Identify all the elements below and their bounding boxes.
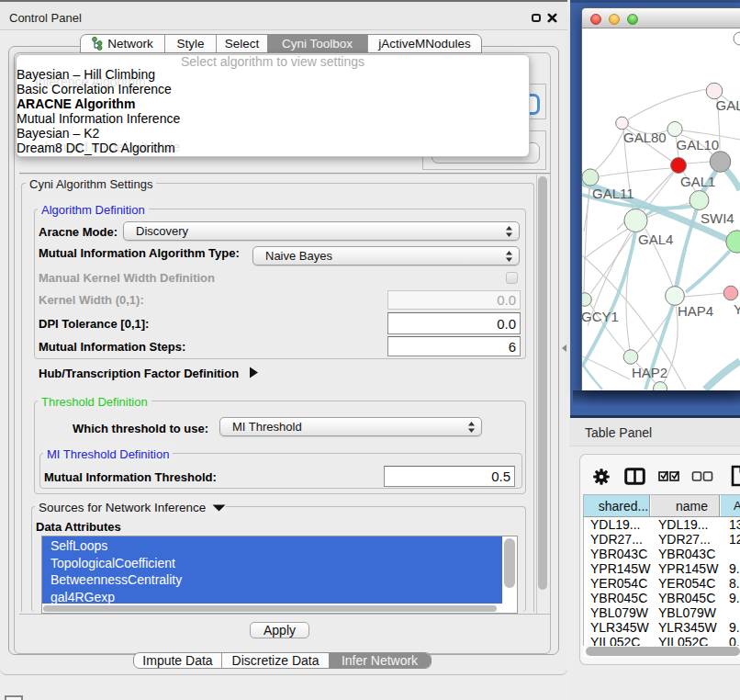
svg-text:GCY1: GCY1 — [582, 309, 619, 324]
svg-text:HAP2: HAP2 — [632, 365, 667, 380]
svg-text:GAL1: GAL1 — [680, 174, 715, 189]
svg-text:GAL4: GAL4 — [638, 231, 673, 247]
svg-text:GAL: GAL — [716, 97, 740, 113]
svg-text:GAL80: GAL80 — [623, 130, 667, 145]
svg-text:GAL11: GAL11 — [592, 186, 634, 201]
svg-text:HAP4: HAP4 — [678, 303, 713, 319]
svg-text:SWI4: SWI4 — [701, 210, 734, 226]
svg-text:Y: Y — [734, 301, 740, 317]
svg-text:GAL10: GAL10 — [677, 137, 720, 152]
